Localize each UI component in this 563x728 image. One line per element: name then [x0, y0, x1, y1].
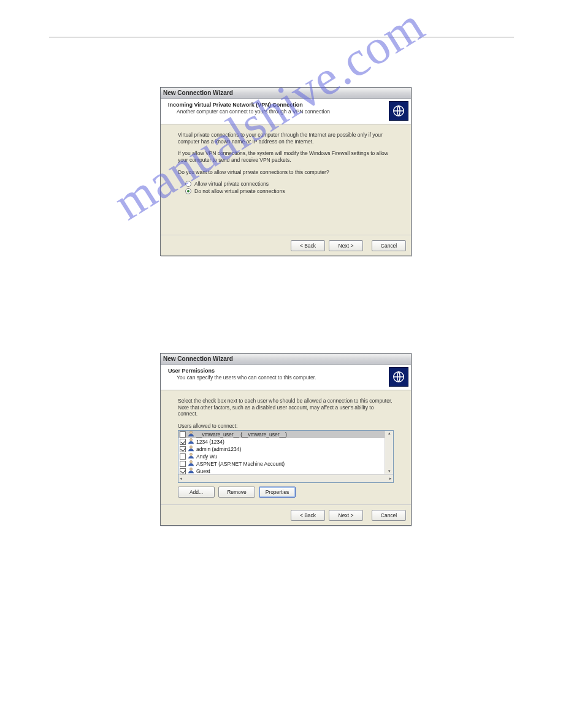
user-row[interactable]: Guest [178, 468, 385, 474]
header-subtitle: You can specify the users who can connec… [177, 374, 406, 381]
scroll-up-icon[interactable]: ▴ [385, 431, 393, 436]
instructions-text: Select the check box next to each user w… [178, 398, 394, 417]
user-label: 1234 (1234) [196, 439, 224, 445]
user-checkbox[interactable] [180, 439, 186, 445]
radio-disallow-row[interactable]: Do not allow virtual private connections [185, 188, 394, 194]
dialog-header: User Permissions You can specify the use… [161, 365, 411, 390]
svg-point-7 [190, 468, 192, 471]
header-title: Incoming Virtual Private Network (VPN) C… [168, 102, 406, 108]
svg-point-6 [190, 461, 192, 463]
cancel-button[interactable]: Cancel [372, 510, 406, 521]
svg-point-4 [190, 446, 192, 449]
svg-point-2 [190, 431, 192, 434]
user-action-buttons: Add... Remove Properties [178, 487, 394, 498]
next-button[interactable]: Next > [329, 510, 363, 521]
user-label: __vmware_user__ (__vmware_user__) [196, 431, 287, 438]
dialog-body: Virtual private connections to your comp… [161, 124, 411, 194]
dialog-titlebar: New Connection Wizard [161, 354, 411, 365]
users-listbox[interactable]: __vmware_user__ (__vmware_user__)1234 (1… [178, 430, 394, 483]
svg-point-5 [190, 453, 192, 456]
back-button[interactable]: < Back [291, 240, 325, 251]
radio-allow-label: Allow virtual private connections [194, 181, 269, 187]
next-button[interactable]: Next > [329, 240, 363, 251]
properties-button[interactable]: Properties [259, 487, 296, 498]
wizard-dialog-vpn: New Connection Wizard Incoming Virtual P… [160, 87, 412, 256]
list-label: Users allowed to connect: [178, 423, 394, 429]
user-icon [188, 467, 194, 474]
user-row[interactable]: 1234 (1234) [178, 438, 385, 446]
list-rows: __vmware_user__ (__vmware_user__)1234 (1… [178, 431, 385, 474]
dialog-body: Select the check box next to each user w… [161, 390, 411, 498]
user-checkbox[interactable] [180, 468, 186, 474]
radio-allow[interactable] [185, 181, 191, 187]
user-row[interactable]: Andy Wu [178, 453, 385, 460]
svg-point-3 [190, 439, 192, 441]
question-text: Do you want to allow virtual private con… [178, 169, 394, 176]
radio-disallow-label: Do not allow virtual private connections [194, 188, 285, 194]
info-text-1: Virtual private connections to your comp… [178, 132, 394, 145]
user-checkbox[interactable] [180, 461, 186, 467]
user-checkbox[interactable] [180, 446, 186, 452]
user-label: ASPNET (ASP.NET Machine Account) [196, 461, 285, 467]
user-label: admin (admin1234) [196, 446, 241, 452]
wizard-button-bar: < Back Next > Cancel [161, 504, 411, 525]
cancel-button[interactable]: Cancel [372, 240, 406, 251]
page-top-rule [49, 37, 514, 37]
scroll-down-icon[interactable]: ▾ [385, 469, 393, 474]
header-title: User Permissions [168, 368, 406, 374]
wizard-button-bar: < Back Next > Cancel [161, 235, 411, 256]
header-subtitle: Another computer can connect to yours th… [177, 108, 406, 115]
back-button[interactable]: < Back [291, 510, 325, 521]
wizard-dialog-users: New Connection Wizard User Permissions Y… [160, 353, 412, 526]
vertical-scrollbar[interactable]: ▴ ▾ [385, 431, 393, 474]
radio-allow-row[interactable]: Allow virtual private connections [185, 181, 394, 187]
remove-button[interactable]: Remove [218, 487, 255, 498]
horizontal-scrollbar[interactable]: ◂ ▸ [178, 474, 393, 482]
user-row[interactable]: __vmware_user__ (__vmware_user__) [178, 431, 385, 438]
info-text-2: If you allow VPN connections, the system… [178, 150, 394, 163]
user-label: Guest [196, 468, 210, 474]
dialog-titlebar: New Connection Wizard [161, 88, 411, 99]
network-icon [389, 101, 408, 121]
user-row[interactable]: ASPNET (ASP.NET Machine Account) [178, 460, 385, 468]
network-icon [389, 367, 408, 387]
user-checkbox[interactable] [180, 453, 186, 460]
add-button[interactable]: Add... [178, 487, 215, 498]
scroll-right-icon[interactable]: ▸ [389, 476, 392, 481]
dialog-title: New Connection Wizard [163, 89, 233, 96]
user-label: Andy Wu [196, 453, 217, 460]
scroll-left-icon[interactable]: ◂ [180, 476, 182, 481]
dialog-title: New Connection Wizard [163, 355, 233, 362]
dialog-header: Incoming Virtual Private Network (VPN) C… [161, 99, 411, 124]
radio-disallow[interactable] [185, 188, 191, 194]
user-row[interactable]: admin (admin1234) [178, 446, 385, 453]
user-checkbox[interactable] [180, 431, 186, 438]
